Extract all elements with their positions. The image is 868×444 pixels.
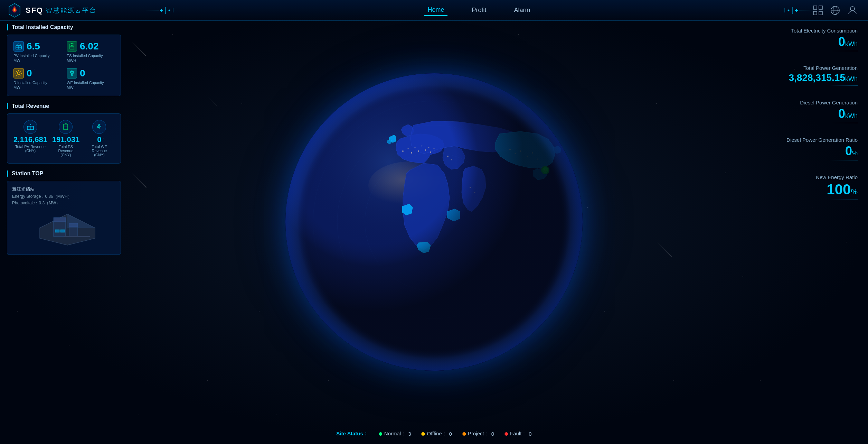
station-es-detail: Energy Storage：0.86（MWH） (12, 194, 116, 200)
diesel-ratio-unit: % (852, 150, 858, 157)
right-panel: Total Electricity Consumption 0kWh Total… (740, 28, 858, 214)
diesel-ratio-value-wrap: 0% (740, 145, 858, 157)
svg-rect-47 (54, 221, 66, 237)
status-offline: Offline： 0 (422, 431, 452, 437)
pv-header: 6.5 (13, 41, 40, 52)
es-value: 6.02 (80, 41, 99, 51)
revenue-section-title: Total Revenue (7, 103, 121, 109)
es-unit: MWH (67, 58, 76, 63)
we-unit: MW (67, 85, 74, 90)
stat-diesel-ratio: Diesel Power Generation Ratio 0% (740, 137, 858, 160)
svg-point-21 (17, 72, 20, 75)
nav-home[interactable]: Home (424, 4, 447, 16)
svg-point-85 (285, 73, 583, 371)
we-icon (67, 68, 77, 78)
station-pv-detail: Photovoltaic：0.3（MW） (12, 200, 116, 206)
svg-rect-51 (55, 230, 59, 232)
diesel-gen-divider (830, 123, 858, 123)
capacity-grid: 6.5 PV Installed Capacity MW 6.02 ES Ins… (13, 41, 114, 90)
svg-rect-4 (813, 11, 817, 15)
we-header: 0 (67, 68, 85, 78)
globe-sphere (285, 73, 583, 371)
svg-rect-17 (71, 43, 73, 44)
elec-consumption-unit: kWh (845, 40, 858, 47)
user-icon[interactable] (847, 5, 858, 16)
revenue-grid: 2,116,681 Total PV Revenue(CNY) 191,031 … (13, 120, 114, 157)
svg-line-25 (21, 75, 21, 76)
globe-area (279, 66, 589, 378)
project-label: Project： (468, 431, 489, 437)
es-revenue-item: 191,031 Total ES Revenue(CNY) (51, 120, 81, 157)
es-header: 6.02 (67, 41, 99, 52)
header-deco-left (145, 7, 175, 14)
fault-dot (504, 432, 508, 436)
d-icon (13, 68, 24, 78)
svg-rect-2 (813, 6, 817, 9)
elec-consumption-value-wrap: 0kWh (740, 36, 858, 48)
pv-revenue-label: Total PV Revenue(CNY) (15, 145, 46, 153)
new-energy-label: New Energy Ratio (740, 174, 858, 180)
site-status-label: Site Status： (336, 431, 368, 437)
station-name: 雅江光储站 (12, 186, 116, 192)
diesel-gen-value-wrap: 0kWh (740, 108, 858, 120)
svg-line-27 (16, 75, 17, 76)
station-card: 雅江光储站 Energy Storage：0.86（MWH） Photovolt… (7, 181, 121, 255)
status-normal: Normal： 3 (379, 431, 411, 437)
nav-alarm[interactable]: Alarm (511, 5, 534, 16)
capacity-title-bar (7, 24, 8, 30)
nav-area: Home Profit Alarm (175, 4, 783, 16)
new-energy-divider (830, 200, 858, 200)
we-revenue-label: Total WE Revenue(CNY) (84, 145, 114, 157)
we-capacity-item: 0 WE Installed Capacity MW (67, 68, 114, 90)
stat-diesel-generation: Diesel Power Generation 0kWh (740, 100, 858, 123)
d-header: 0 (13, 68, 32, 78)
normal-dot (379, 432, 382, 436)
we-value: 0 (80, 68, 85, 78)
es-icon (67, 41, 77, 52)
revenue-card: 2,116,681 Total PV Revenue(CNY) 191,031 … (7, 113, 121, 164)
power-gen-label: Total Power Generation (740, 65, 858, 71)
svg-line-23 (21, 71, 21, 72)
offline-dot (422, 432, 425, 436)
we-rev-icon (92, 120, 106, 134)
logo-subtitle-text: 智慧能源云平台 (46, 6, 97, 15)
pv-unit: MW (13, 58, 20, 63)
header-deco-right (783, 7, 813, 14)
power-gen-unit: kWh (845, 75, 858, 82)
bottom-status-bar: Site Status： Normal： 3 Offline： 0 Projec… (336, 431, 531, 437)
svg-point-9 (850, 7, 855, 11)
power-gen-value-wrap: 3,828,315.15kWh (740, 73, 858, 83)
diesel-ratio-label: Diesel Power Generation Ratio (740, 137, 858, 143)
stat-new-energy-ratio: New Energy Ratio 100% (740, 174, 858, 200)
svg-line-15 (20, 44, 20, 45)
pv-rev-icon (23, 120, 37, 134)
svg-line-14 (17, 44, 17, 45)
revenue-title-bar (7, 103, 8, 109)
elec-consumption-value: 0 (838, 35, 845, 49)
capacity-section-title: Total Installed Capacity (7, 24, 121, 30)
pv-revenue-item: 2,116,681 Total PV Revenue(CNY) (13, 120, 47, 157)
new-energy-value: 100 (827, 181, 851, 197)
d-value: 0 (27, 68, 32, 78)
header-right-icons (813, 5, 868, 16)
normal-count: 3 (408, 431, 411, 437)
power-gen-value: 3,828,315.15 (789, 72, 846, 83)
es-rev-icon (59, 120, 73, 134)
logo-sfq-text: SFQ (26, 6, 43, 15)
svg-rect-48 (54, 218, 66, 222)
elec-consumption-label: Total Electricity Consumption (740, 28, 858, 34)
status-fault: Fault： 0 (504, 431, 532, 437)
d-capacity-item: 0 D Installed Capacity MW (13, 68, 61, 90)
capacity-card: 6.5 PV Installed Capacity MW 6.02 ES Ins… (7, 35, 121, 96)
es-revenue-value: 191,031 (52, 136, 80, 144)
new-energy-value-wrap: 100% (740, 182, 858, 197)
fault-count: 0 (529, 431, 531, 437)
offline-count: 0 (449, 431, 452, 437)
expand-icon[interactable] (813, 5, 823, 16)
nav-profit[interactable]: Profit (468, 5, 490, 16)
logo-area: SFQ 智慧能源云平台 (0, 3, 145, 18)
normal-label: Normal： (384, 431, 406, 437)
diesel-gen-unit: kWh (845, 112, 858, 119)
globe-icon[interactable] (830, 5, 840, 16)
left-panel: Total Installed Capacity 6.5 PV Installe… (7, 24, 121, 262)
